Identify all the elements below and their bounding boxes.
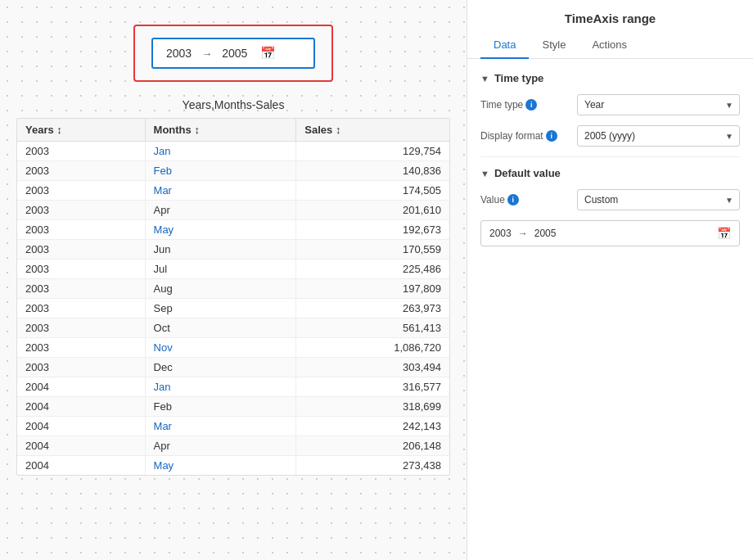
col-header-months: Months ↕ [145, 119, 296, 142]
table-row: 2003May192,673 [17, 220, 449, 240]
cell-month: Nov [145, 338, 296, 358]
col-header-sales: Sales ↕ [296, 119, 449, 142]
cell-sales: 206,148 [296, 436, 449, 456]
value-row: Value i Custom All First Last ▼ [480, 189, 740, 210]
cell-sales: 170,559 [296, 240, 449, 260]
tab-actions[interactable]: Actions [579, 32, 640, 59]
cell-month: Apr [145, 436, 296, 456]
cell-sales: 242,143 [296, 417, 449, 436]
table-row: 2003Jan129,754 [17, 142, 449, 161]
table-title: Years,Months-Sales [16, 98, 450, 111]
cell-year: 2004 [17, 456, 145, 476]
chevron-down-icon: ▼ [480, 74, 489, 84]
table-row: 2004Feb318,699 [17, 397, 449, 417]
cell-month: Mar [145, 181, 296, 201]
cell-sales: 1,086,720 [296, 338, 449, 358]
display-format-label: Display format i [480, 130, 570, 142]
table-row: 2003Mar174,505 [17, 181, 449, 201]
timeaxis-widget[interactable]: 2003 → 2005 📅 [151, 38, 315, 69]
cell-sales: 318,699 [296, 397, 449, 417]
time-type-select-wrap: Year Month Day Hour ▼ [577, 94, 740, 115]
cell-sales: 225,486 [296, 260, 449, 279]
cell-month: Jan [145, 377, 296, 397]
panel-content: ▼ Time type Time type i Year Month Day H… [467, 59, 753, 560]
range-arrow: → [518, 228, 528, 239]
cell-year: 2003 [17, 220, 145, 240]
cell-year: 2003 [17, 240, 145, 260]
time-type-info-icon[interactable]: i [525, 99, 537, 111]
calendar-icon[interactable]: 📅 [260, 46, 276, 61]
display-format-select-wrap: 2005 (yyyy) 05 (yy) 2005-01 (yyyy-MM) ▼ [577, 125, 740, 147]
range-calendar-icon[interactable]: 📅 [717, 227, 731, 240]
cell-month: Dec [145, 358, 296, 377]
table-row: 2003Dec303,494 [17, 358, 449, 377]
right-panel: TimeAxis range Data Style Actions ▼ Time… [467, 0, 753, 560]
cell-month: Sep [145, 299, 296, 318]
cell-year: 2003 [17, 142, 145, 161]
time-type-select[interactable]: Year Month Day Hour [577, 94, 740, 115]
cell-sales: 201,610 [296, 201, 449, 220]
timeaxis-from-value: 2003 [166, 47, 192, 60]
cell-month: Jul [145, 260, 296, 279]
default-value-range[interactable]: 2003 → 2005 📅 [480, 220, 740, 246]
tab-data[interactable]: Data [480, 32, 529, 59]
cell-sales: 140,836 [296, 161, 449, 181]
cell-year: 2003 [17, 279, 145, 299]
table-row: 2004Jan316,577 [17, 377, 449, 397]
cell-month: Jun [145, 240, 296, 260]
cell-sales: 129,754 [296, 142, 449, 161]
cell-sales: 174,505 [296, 181, 449, 201]
cell-year: 2003 [17, 299, 145, 318]
range-to-value: 2005 [534, 228, 557, 239]
table-row: 2004Mar242,143 [17, 417, 449, 436]
cell-year: 2003 [17, 260, 145, 279]
cell-year: 2004 [17, 397, 145, 417]
col-header-years: Years ↕ [17, 119, 145, 142]
cell-year: 2003 [17, 338, 145, 358]
cell-year: 2003 [17, 201, 145, 220]
value-info-icon[interactable]: i [507, 194, 519, 205]
cell-month: Feb [145, 161, 296, 181]
data-table: Years ↕ Months ↕ Sales ↕ 2003Jan129,7542… [17, 119, 449, 475]
cell-year: 2004 [17, 417, 145, 436]
table-row: 2003Nov1,086,720 [17, 338, 449, 358]
value-select-wrap: Custom All First Last ▼ [577, 189, 740, 210]
cell-month: May [145, 220, 296, 240]
chevron-down-icon-2: ▼ [480, 169, 489, 178]
cell-month: Jan [145, 142, 296, 161]
timeaxis-to-value: 2005 [222, 47, 247, 60]
cell-sales: 561,413 [296, 318, 449, 338]
cell-sales: 316,577 [296, 377, 449, 397]
value-select[interactable]: Custom All First Last [577, 189, 740, 210]
cell-year: 2003 [17, 181, 145, 201]
cell-month: Oct [145, 318, 296, 338]
left-panel: 2003 → 2005 📅 Years,Months-Sales Years ↕… [0, 0, 467, 560]
table-row: 2003Jul225,486 [17, 260, 449, 279]
value-label: Value i [480, 194, 570, 205]
table-row: 2004Apr206,148 [17, 436, 449, 456]
cell-month: Feb [145, 397, 296, 417]
table-row: 2003Apr201,610 [17, 201, 449, 220]
cell-year: 2003 [17, 358, 145, 377]
section-divider [480, 156, 740, 157]
cell-sales: 263,973 [296, 299, 449, 318]
panel-title: TimeAxis range [467, 0, 753, 32]
display-format-select[interactable]: 2005 (yyyy) 05 (yy) 2005-01 (yyyy-MM) [577, 125, 740, 147]
tabs-bar: Data Style Actions [467, 32, 753, 59]
cell-sales: 197,809 [296, 279, 449, 299]
cell-year: 2003 [17, 318, 145, 338]
cell-year: 2004 [17, 436, 145, 456]
section-time-type: ▼ Time type [480, 72, 740, 84]
table-row: 2003Oct561,413 [17, 318, 449, 338]
cell-month: Apr [145, 201, 296, 220]
cell-sales: 303,494 [296, 358, 449, 377]
cell-month: May [145, 456, 296, 476]
tab-style[interactable]: Style [529, 32, 579, 59]
cell-year: 2004 [17, 377, 145, 397]
cell-year: 2003 [17, 161, 145, 181]
table-row: 2003Feb140,836 [17, 161, 449, 181]
time-type-label: Time type i [480, 99, 570, 111]
display-format-info-icon[interactable]: i [546, 130, 557, 142]
data-table-wrap: Years ↕ Months ↕ Sales ↕ 2003Jan129,7542… [16, 118, 450, 476]
table-row: 2004May273,438 [17, 456, 449, 476]
